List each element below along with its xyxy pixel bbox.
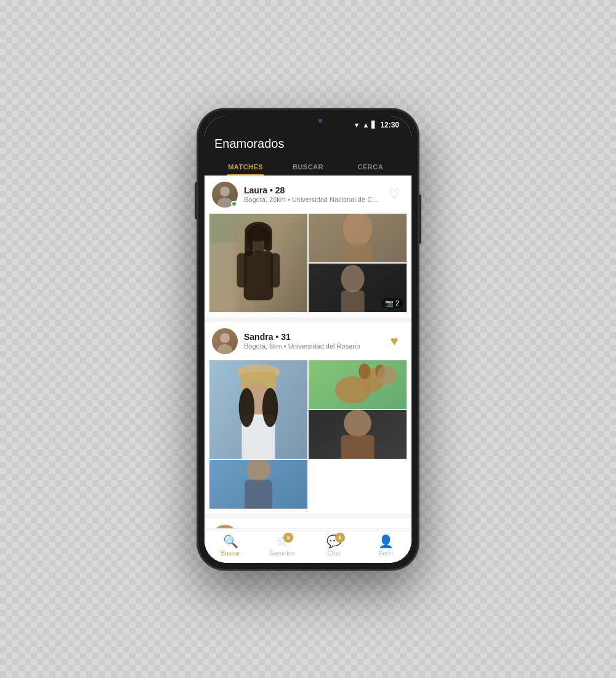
avatar-sandra: [212, 328, 238, 354]
svg-point-30: [359, 363, 370, 379]
photo-count: 2: [395, 299, 399, 307]
tab-matches[interactable]: MATCHES: [214, 158, 277, 176]
avatar-wrap-mariajose: [212, 525, 238, 528]
phone-screen: ▼ ▲ ▋ 12:30 Enamorados MATCHES BUSCAR CE…: [205, 116, 411, 563]
app-title: Enamorados: [214, 137, 402, 151]
photo-sandra-3[interactable]: [309, 410, 407, 459]
notch: [286, 116, 330, 128]
nav-perfil[interactable]: 👤 Perfil: [360, 533, 411, 558]
profile-name-laura: Laura • 28: [244, 185, 378, 195]
nav-favoritos[interactable]: 3 ☆ Favoritos: [256, 533, 308, 558]
online-indicator-laura: [231, 201, 237, 207]
like-button-sandra[interactable]: ♥: [384, 331, 404, 351]
svg-point-26: [262, 388, 278, 427]
photo-sandra-1[interactable]: [209, 360, 307, 459]
svg-rect-35: [341, 435, 374, 459]
content-area: Laura • 28 Bogotá, 20km • Universidad Na…: [205, 176, 411, 528]
tab-cerca[interactable]: CERCA: [339, 158, 402, 176]
photo-grid-laura: 📷 2: [205, 214, 411, 317]
nav-favoritos-label: Favoritos: [269, 550, 294, 557]
avatar-wrap-laura: [212, 182, 238, 208]
favoritos-badge: 3: [283, 533, 293, 543]
profile-header-sandra: Sandra • 31 Bogotá, 8km • Universidad de…: [205, 322, 411, 360]
profile-card-laura: Laura • 28 Bogotá, 20km • Universidad Na…: [205, 176, 411, 317]
photo-laura-2[interactable]: [309, 214, 407, 262]
nav-buscar-label: Buscar: [221, 550, 240, 557]
photo-grid-sandra: [205, 360, 411, 514]
svg-point-0: [220, 187, 230, 196]
svg-rect-8: [270, 253, 280, 288]
profile-card-sandra: Sandra • 31 Bogotá, 8km • Universidad de…: [205, 322, 411, 514]
battery-icon: ▋: [371, 121, 376, 129]
svg-rect-11: [264, 232, 272, 251]
signal-icon: ▲: [362, 121, 369, 129]
phone-container: ▼ ▲ ▋ 12:30 Enamorados MATCHES BUSCAR CE…: [197, 108, 419, 570]
photo-sandra-4[interactable]: [209, 460, 307, 509]
tabs: MATCHES BUSCAR CERCA: [214, 158, 402, 176]
svg-point-25: [239, 388, 254, 427]
top-bar: Enamorados MATCHES BUSCAR CERCA: [205, 132, 411, 176]
photo-count-overlay: 📷 2: [381, 298, 403, 309]
svg-rect-14: [343, 243, 373, 262]
svg-point-16: [341, 265, 364, 293]
wifi-icon: ▼: [354, 121, 360, 129]
svg-rect-7: [237, 253, 247, 288]
svg-point-18: [220, 333, 230, 343]
photo-laura-3[interactable]: 📷 2: [309, 264, 407, 312]
nav-buscar[interactable]: 🔍 Buscar: [205, 533, 256, 558]
camera-icon: 📷: [385, 299, 394, 307]
status-icons: ▼ ▲ ▋: [354, 121, 377, 129]
svg-rect-38: [245, 480, 272, 509]
svg-point-1: [217, 198, 232, 208]
avatar-wrap-sandra: [212, 328, 238, 354]
svg-point-19: [217, 344, 232, 354]
profile-info-sandra: Sandra • 31 Bogotá, 8km • Universidad de…: [244, 332, 378, 350]
like-button-laura[interactable]: ♡: [384, 185, 404, 204]
svg-point-34: [344, 410, 371, 437]
svg-rect-10: [245, 232, 253, 256]
profile-header-mariajose: María José • 30 Bogotá, 14km • Universid…: [205, 519, 411, 528]
profile-name-sandra: Sandra • 31: [244, 332, 378, 342]
bottom-nav: 🔍 Buscar 3 ☆ Favoritos 5 💬 Chat 👤 Perfil: [205, 528, 411, 563]
nav-chat[interactable]: 5 💬 Chat: [308, 533, 360, 558]
svg-rect-6: [244, 251, 274, 300]
photo-laura-1[interactable]: [209, 214, 307, 312]
profile-detail-sandra: Bogotá, 8km • Universidad del Rosario: [244, 342, 378, 350]
svg-point-32: [377, 365, 397, 385]
search-icon: 🔍: [223, 534, 238, 549]
nav-perfil-label: Perfil: [379, 550, 393, 557]
profile-card-mariajose: María José • 30 Bogotá, 14km • Universid…: [205, 519, 411, 528]
profile-icon: 👤: [378, 534, 394, 549]
chat-badge: 5: [335, 533, 345, 543]
svg-rect-17: [341, 290, 364, 312]
profile-info-laura: Laura • 28 Bogotá, 20km • Universidad Na…: [244, 185, 378, 203]
heart-outline-icon: ♡: [388, 187, 400, 203]
nav-chat-label: Chat: [327, 550, 340, 557]
avatar-mariajose: [212, 525, 238, 528]
profile-header-laura: Laura • 28 Bogotá, 20km • Universidad Na…: [205, 176, 411, 214]
heart-filled-icon: ♥: [390, 333, 398, 349]
profile-detail-laura: Bogotá, 20km • Universidad Nacional de C…: [244, 196, 378, 203]
status-time: 12:30: [380, 121, 399, 129]
tab-buscar[interactable]: BUSCAR: [277, 158, 339, 176]
photo-sandra-2[interactable]: [309, 360, 407, 409]
